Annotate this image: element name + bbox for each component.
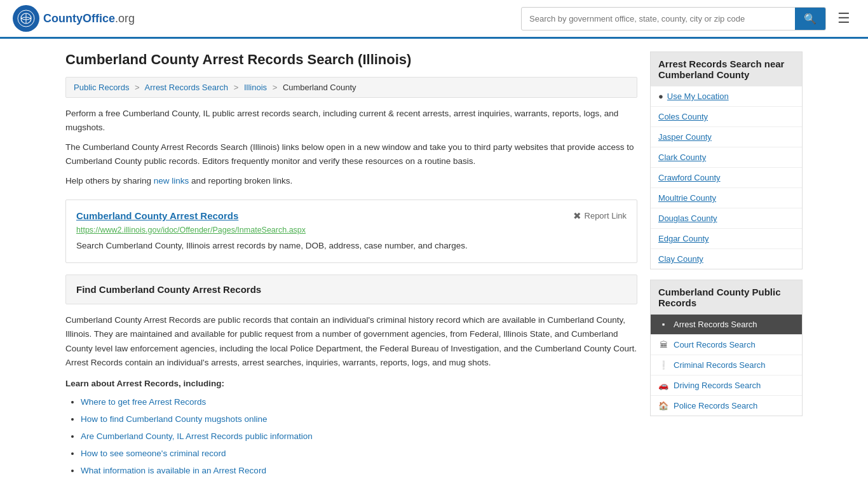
hamburger-menu[interactable]: ☰ — [832, 8, 855, 29]
sidebar-use-location[interactable]: ● Use My Location — [651, 86, 802, 107]
learn-list: Where to get free Arrest Records How to … — [65, 393, 637, 479]
location-icon: ● — [658, 92, 663, 101]
breadcrumb-sep-1: > — [135, 83, 140, 92]
sidebar-public-title: Cumberland County Public Records — [650, 280, 803, 315]
sidebar-nearby-links: ● Use My Location Coles County Jasper Co… — [650, 86, 803, 269]
search-input[interactable] — [522, 9, 795, 29]
find-section-body: Cumberland County Arrest Records are pub… — [65, 313, 637, 370]
coles-county-link[interactable]: Coles County — [658, 112, 708, 121]
report-link-icon: ✖ — [573, 210, 581, 222]
sidebar-public-driving[interactable]: 🚗 Driving Records Search — [651, 376, 802, 396]
learn-link-2[interactable]: Are Cumberland County, IL Arrest Records… — [81, 431, 313, 441]
breadcrumb-current: Cumberland County — [283, 83, 356, 92]
moultrie-county-link[interactable]: Moultrie County — [658, 193, 716, 203]
learn-link-0[interactable]: Where to get free Arrest Records — [81, 397, 206, 407]
court-records-link[interactable]: Court Records Search — [674, 340, 756, 349]
search-button[interactable]: 🔍 — [795, 8, 825, 30]
header-right: 🔍 ☰ — [521, 7, 855, 30]
logo-icon — [13, 5, 39, 32]
breadcrumb-sep-3: > — [273, 83, 278, 92]
record-card-header: Cumberland County Arrest Records ✖ Repor… — [76, 210, 627, 222]
edgar-county-link[interactable]: Edgar County — [658, 234, 709, 243]
sidebar-county-crawford[interactable]: Crawford County — [651, 168, 802, 188]
sidebar-county-edgar[interactable]: Edgar County — [651, 229, 802, 249]
breadcrumb-arrest-records-search[interactable]: Arrest Records Search — [145, 83, 229, 92]
page-container: Cumberland County Arrest Records Search … — [53, 39, 815, 479]
learn-link-3[interactable]: How to see someone's criminal record — [81, 449, 226, 458]
breadcrumb-public-records[interactable]: Public Records — [74, 83, 129, 92]
sidebar-county-douglas[interactable]: Douglas County — [651, 208, 802, 229]
criminal-icon: ❕ — [658, 360, 668, 370]
arrest-records-link[interactable]: Arrest Records Search — [674, 320, 757, 329]
learn-title: Learn about Arrest Records, including: — [65, 379, 637, 388]
douglas-county-link[interactable]: Douglas County — [658, 214, 717, 223]
search-icon: 🔍 — [804, 13, 817, 24]
breadcrumb: Public Records > Arrest Records Search >… — [65, 77, 637, 98]
sidebar-nearby-title: Arrest Records Search near Cumberland Co… — [650, 51, 803, 86]
list-item: Where to get free Arrest Records — [81, 393, 637, 410]
court-icon: 🏛 — [658, 340, 668, 349]
arrest-icon: ▪ — [658, 320, 668, 329]
driving-records-link[interactable]: Driving Records Search — [674, 381, 761, 390]
search-bar: 🔍 — [521, 7, 826, 30]
use-my-location-link[interactable]: Use My Location — [667, 92, 729, 101]
sidebar-county-jasper[interactable]: Jasper County — [651, 127, 802, 147]
list-item: How to see someone's criminal record — [81, 445, 637, 462]
site-header: CountyOffice.org 🔍 ☰ — [0, 0, 868, 39]
learn-link-4[interactable]: What information is available in an Arre… — [81, 466, 266, 475]
list-item: What information is available in an Arre… — [81, 462, 637, 479]
police-icon: 🏠 — [658, 401, 668, 410]
record-desc: Search Cumberland County, Illinois arres… — [76, 240, 627, 252]
criminal-records-link[interactable]: Criminal Records Search — [674, 360, 766, 370]
sidebar-county-coles[interactable]: Coles County — [651, 107, 802, 127]
sidebar-public-court[interactable]: 🏛 Court Records Search — [651, 335, 802, 355]
sidebar-public-police[interactable]: 🏠 Police Records Search — [651, 396, 802, 416]
driving-icon: 🚗 — [658, 381, 668, 390]
desc-para-3: Help others by sharing new links and rep… — [65, 174, 637, 188]
new-links-link[interactable]: new links — [154, 176, 189, 186]
learn-link-1[interactable]: How to find Cumberland County mugshots o… — [81, 414, 267, 424]
sidebar-public-links: ▪ Arrest Records Search 🏛 Court Records … — [650, 315, 803, 416]
sidebar-county-moultrie[interactable]: Moultrie County — [651, 188, 802, 208]
sidebar-county-clark[interactable]: Clark County — [651, 147, 802, 168]
clark-county-link[interactable]: Clark County — [658, 152, 706, 162]
jasper-county-link[interactable]: Jasper County — [658, 132, 712, 142]
sidebar-public-arrest[interactable]: ▪ Arrest Records Search — [651, 315, 802, 335]
desc-para-2: The Cumberland County Arrest Records Sea… — [65, 140, 637, 168]
sidebar-public-criminal[interactable]: ❕ Criminal Records Search — [651, 355, 802, 376]
find-section-title: Find Cumberland County Arrest Records — [76, 284, 627, 295]
sidebar: Arrest Records Search near Cumberland Co… — [650, 51, 803, 479]
report-link[interactable]: ✖ Report Link — [573, 210, 627, 222]
desc-para-1: Perform a free Cumberland County, IL pub… — [65, 107, 637, 134]
logo-text: CountyOffice.org — [43, 12, 135, 25]
record-url[interactable]: https://www2.illinois.gov/idoc/Offender/… — [76, 226, 627, 234]
main-content: Cumberland County Arrest Records Search … — [65, 51, 637, 479]
record-card: Cumberland County Arrest Records ✖ Repor… — [65, 200, 637, 263]
breadcrumb-sep-2: > — [234, 83, 239, 92]
breadcrumb-illinois[interactable]: Illinois — [244, 83, 267, 92]
list-item: Are Cumberland County, IL Arrest Records… — [81, 428, 637, 445]
find-section-header: Find Cumberland County Arrest Records — [65, 274, 637, 304]
police-records-link[interactable]: Police Records Search — [674, 401, 757, 410]
crawford-county-link[interactable]: Crawford County — [658, 173, 721, 182]
logo[interactable]: CountyOffice.org — [13, 5, 135, 32]
record-title[interactable]: Cumberland County Arrest Records — [76, 210, 238, 221]
sidebar-county-clay[interactable]: Clay County — [651, 249, 802, 269]
page-title: Cumberland County Arrest Records Search … — [65, 51, 637, 68]
clay-county-link[interactable]: Clay County — [658, 254, 703, 264]
list-item: How to find Cumberland County mugshots o… — [81, 410, 637, 428]
